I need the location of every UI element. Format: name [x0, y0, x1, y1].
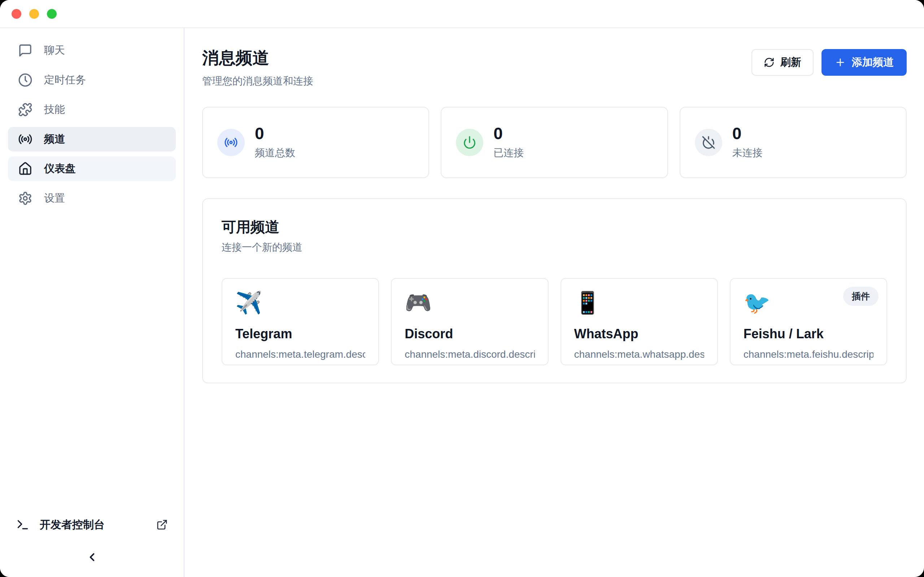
page-title: 消息频道 [202, 47, 313, 69]
stat-card-disconnected: 0 未连接 [680, 107, 907, 178]
sidebar-item-chat[interactable]: 聊天 [8, 38, 176, 63]
channel-name: Discord [405, 326, 535, 342]
zoom-button[interactable] [47, 9, 57, 19]
puzzle-icon [18, 102, 32, 117]
page-subtitle: 管理您的消息频道和连接 [202, 74, 313, 88]
sidebar: 聊天 定时任务 技能 频道 仪表盘 [0, 28, 184, 577]
channel-card-whatsapp[interactable]: 📱 WhatsApp channels:meta.whatsapp.descri… [561, 278, 718, 365]
channel-description: channels:meta.discord.descriptio [405, 349, 535, 360]
sidebar-item-label: 频道 [44, 132, 65, 147]
stat-label: 已连接 [493, 146, 524, 160]
channel-description: channels:meta.feishu.description [743, 349, 874, 360]
plus-icon [835, 56, 846, 68]
sidebar-item-label: 设置 [44, 191, 65, 206]
power-icon [463, 135, 477, 149]
channel-grid: ✈️ Telegram channels:meta.telegram.descr… [221, 278, 887, 365]
broadcast-icon [224, 135, 238, 149]
channel-card-discord[interactable]: 🎮 Discord channels:meta.discord.descript… [391, 278, 548, 365]
developer-console-link[interactable]: 开发者控制台 [0, 512, 184, 537]
refresh-button-label: 刷新 [780, 55, 801, 69]
stats-row: 0 频道总数 0 已连接 [202, 107, 907, 178]
available-channels-panel: 可用频道 连接一个新的频道 ✈️ Telegram channels:meta.… [202, 198, 907, 384]
external-link-icon [156, 519, 168, 530]
sidebar-nav: 聊天 定时任务 技能 频道 仪表盘 [0, 38, 184, 211]
chevron-left-icon [86, 551, 99, 564]
stat-card-total-channels: 0 频道总数 [202, 107, 429, 178]
power-off-icon [702, 135, 716, 149]
channel-description: channels:meta.telegram.descript [235, 349, 365, 360]
add-channel-button[interactable]: 添加频道 [822, 49, 907, 76]
discord-gamepad-icon: 🎮 [405, 291, 535, 315]
close-button[interactable] [11, 9, 21, 19]
sidebar-item-label: 仪表盘 [44, 161, 76, 176]
sidebar-item-dashboard[interactable]: 仪表盘 [8, 156, 176, 181]
stat-value: 0 [255, 125, 295, 142]
home-icon [18, 161, 32, 176]
gear-icon [18, 191, 32, 206]
sidebar-item-settings[interactable]: 设置 [8, 186, 176, 211]
plugin-badge: 插件 [843, 287, 879, 306]
sidebar-item-label: 技能 [44, 102, 65, 117]
panel-subtitle: 连接一个新的频道 [221, 240, 887, 254]
stat-label: 未连接 [732, 146, 762, 160]
add-channel-button-label: 添加频道 [852, 55, 894, 69]
channel-name: WhatsApp [574, 326, 704, 342]
stat-value: 0 [493, 125, 524, 142]
stat-card-connected: 0 已连接 [441, 107, 668, 178]
minimize-button[interactable] [29, 9, 39, 19]
titlebar [0, 0, 924, 28]
sidebar-item-channels[interactable]: 频道 [8, 127, 176, 152]
channel-card-feishu[interactable]: 插件 🐦 Feishu / Lark channels:meta.feishu.… [730, 278, 887, 365]
stat-icon-wrap [695, 129, 722, 156]
sidebar-collapse-button[interactable] [0, 537, 184, 577]
panel-title: 可用频道 [221, 217, 887, 237]
stat-label: 频道总数 [255, 146, 295, 160]
clock-icon [18, 73, 32, 87]
broadcast-icon [18, 132, 32, 147]
terminal-icon [16, 518, 30, 532]
refresh-button[interactable]: 刷新 [751, 49, 814, 76]
sidebar-item-scheduled-tasks[interactable]: 定时任务 [8, 68, 176, 92]
developer-console-label: 开发者控制台 [40, 517, 105, 532]
channel-description: channels:meta.whatsapp.descrip [574, 349, 704, 360]
stat-icon-wrap [456, 129, 483, 156]
channel-card-telegram[interactable]: ✈️ Telegram channels:meta.telegram.descr… [221, 278, 379, 365]
sidebar-item-skills[interactable]: 技能 [8, 97, 176, 122]
traffic-lights [11, 9, 57, 19]
stat-icon-wrap [217, 129, 245, 156]
stat-value: 0 [732, 125, 762, 142]
channel-name: Telegram [235, 326, 365, 342]
telegram-airplane-icon: ✈️ [235, 291, 365, 315]
chat-icon [18, 43, 32, 58]
page-header: 消息频道 管理您的消息频道和连接 刷新 添加频道 [202, 47, 907, 88]
sidebar-item-label: 定时任务 [44, 73, 86, 87]
main-content: 消息频道 管理您的消息频道和连接 刷新 添加频道 [184, 28, 924, 577]
channel-name: Feishu / Lark [743, 326, 874, 342]
app-window: 聊天 定时任务 技能 频道 仪表盘 [0, 0, 924, 577]
sidebar-item-label: 聊天 [44, 43, 65, 58]
whatsapp-phone-icon: 📱 [574, 291, 704, 315]
refresh-icon [764, 57, 775, 68]
